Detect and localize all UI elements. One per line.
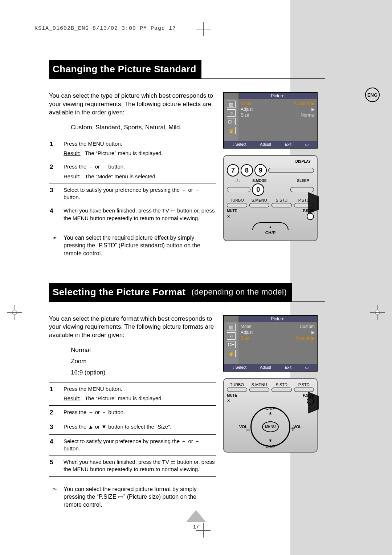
info-icon: ➣ xyxy=(52,485,60,493)
section2-title-bar: Selecting the Picture Format (depending … xyxy=(49,283,325,302)
remote-illustration-1: DISPLAY 7 8 9 -/--S.MODESLEEP 0 TURBO S.… xyxy=(223,155,318,241)
smode-label: S.MODE xyxy=(249,179,270,183)
osd-picture-menu-2: Picture ▥ ♫ CH ☝ Mode: Custom Adjust▶ Si… xyxy=(223,315,318,372)
step-text: Select to satisfy your preference by pre… xyxy=(64,438,216,453)
section1-tip: ➣ You can select the required picture ef… xyxy=(49,234,216,258)
osd-val: : Normal xyxy=(298,113,315,118)
osd-footer-item: Exit xyxy=(285,365,291,370)
smenu-label: S.MENU xyxy=(252,382,267,387)
option-item: Normal xyxy=(71,346,216,355)
section2-intro: You can select the picture format which … xyxy=(49,315,216,340)
menu-button: MENU xyxy=(262,421,279,432)
page-number-marker: 17 xyxy=(186,510,206,530)
vol-label: VOL xyxy=(293,425,302,429)
osd-footer-item: ↕ Select xyxy=(232,365,246,370)
osd-icon-column: ▥ ♫ CH ☝ xyxy=(224,99,238,141)
osd-val: : Custom xyxy=(297,324,315,329)
step-num: 3 xyxy=(49,423,64,432)
osd-footer-item: ▭ xyxy=(305,365,309,370)
crop-mark-left xyxy=(7,305,22,320)
display-label: DISPLAY xyxy=(292,159,314,163)
step-num: 1 xyxy=(49,140,64,157)
result-text: The “Picture” menu is displayed. xyxy=(85,395,163,401)
step-text: Press the MENU button. xyxy=(64,140,216,147)
crop-mark-right xyxy=(370,305,385,320)
osd-footer-item: ↕ Select xyxy=(232,142,246,147)
result-text: The “Mode” menu is selected. xyxy=(85,173,157,179)
sstd-label: S.STD xyxy=(276,198,287,202)
up-arrow-icon: ▲ xyxy=(268,410,273,416)
section1-title: Changing the Picture Standard xyxy=(49,60,201,78)
picture-icon: ▥ xyxy=(227,101,236,108)
result-text: The “Picture” menu is displayed. xyxy=(85,150,163,156)
step-text: Press the MENU button. xyxy=(64,385,216,393)
section2-tip: ➣ You can select the required picture fo… xyxy=(49,485,216,509)
info-icon: ➣ xyxy=(52,234,60,242)
setup-icon: ☝ xyxy=(227,127,236,134)
option-item: 16:9 (option) xyxy=(71,369,216,377)
step-num: 3 xyxy=(49,186,64,201)
num-0-button: 0 xyxy=(252,183,264,196)
pstd-label: P.STD xyxy=(298,382,310,387)
step-text: When you have been finished, press the T… xyxy=(64,458,216,473)
osd-key: Mode xyxy=(241,324,252,329)
triangle-icon xyxy=(186,510,206,522)
osd-title: Picture xyxy=(238,93,317,99)
step: 2 Press the ＋ or － button. xyxy=(49,406,216,420)
result-label: Result: xyxy=(64,150,81,157)
chp-label: CH/P xyxy=(266,406,275,410)
osd-footer-item: Exit xyxy=(285,142,291,147)
num-9-button: 9 xyxy=(254,164,267,177)
tip-text: You can select the required picture effe… xyxy=(64,234,216,258)
step: 4 When you have been finished, press the… xyxy=(49,204,216,225)
sleep-label: SLEEP xyxy=(292,179,314,183)
step: 3 Press the ▲ or ▼ button to select the … xyxy=(49,420,216,435)
section2-subtitle: (depending on the model) xyxy=(189,287,287,297)
osd-key: Mode xyxy=(241,101,252,106)
step-text: Press the ＋ or － button. xyxy=(64,163,216,170)
vol-label: VOL xyxy=(239,425,248,429)
remote-illustration-2: TURBO S.MENU S.STD P.STD MUTE P.SIZE ✕ C… xyxy=(223,378,318,453)
section1-title-bar: Changing the Picture Standard xyxy=(49,60,325,79)
pstd-label: P.STD xyxy=(298,198,310,202)
step-text: When you have been finished, press the T… xyxy=(64,207,216,222)
dpad: CH/P ▲ – + MENU ▼ VOL VOL CH/P xyxy=(241,407,299,447)
mute-button: ✕ xyxy=(227,398,230,403)
osd-key: Adjust xyxy=(241,107,253,112)
channel-icon: CH xyxy=(227,118,236,125)
turbo-label: TURBO xyxy=(230,382,244,387)
option-item: Zoom xyxy=(71,357,216,366)
osd-val: ▶ xyxy=(311,330,315,335)
pstd-button xyxy=(294,388,314,392)
step: 1 Press the MENU button. Result:The “Pic… xyxy=(49,137,216,161)
sstd-button xyxy=(271,388,292,392)
osd-val: ▶ xyxy=(311,107,315,112)
minus-slash-button xyxy=(227,187,250,192)
turbo-button xyxy=(227,203,247,207)
step-num: 2 xyxy=(49,163,64,180)
osd-key: Adjust xyxy=(241,330,253,335)
highlight-arrow-icon xyxy=(308,192,319,214)
page-content: Changing the Picture Standard You can se… xyxy=(49,60,325,509)
picture-icon: ▥ xyxy=(227,324,236,331)
section2-title: Selecting the Picture Format xyxy=(53,287,186,298)
osd-val: : Normal xyxy=(294,336,310,341)
step-text: Press the ＋ or － button. xyxy=(64,409,216,417)
section1-intro: You can select the type of picture which… xyxy=(49,92,216,117)
num-8-button: 8 xyxy=(241,164,253,177)
smenu-button xyxy=(249,388,270,392)
setup-icon: ☝ xyxy=(227,350,236,357)
step-num: 1 xyxy=(49,385,64,402)
page-number: 17 xyxy=(186,524,206,530)
step-text: Select to satisfy your preference by pre… xyxy=(64,186,216,201)
tip-text: You can select the required picture form… xyxy=(64,485,216,509)
channel-icon: CH xyxy=(227,341,236,348)
sleep-button xyxy=(290,187,314,192)
mute-label: MUTE xyxy=(227,209,237,213)
step-text: Press the ▲ or ▼ button to select the “S… xyxy=(64,423,216,432)
step: 4 Select to satisfy your preference by p… xyxy=(49,435,216,456)
arrow-icon: ▶ xyxy=(311,101,315,106)
smenu-label: S.MENU xyxy=(252,198,267,202)
chp-label: CH/P xyxy=(227,230,314,235)
step-num: 4 xyxy=(49,438,64,453)
